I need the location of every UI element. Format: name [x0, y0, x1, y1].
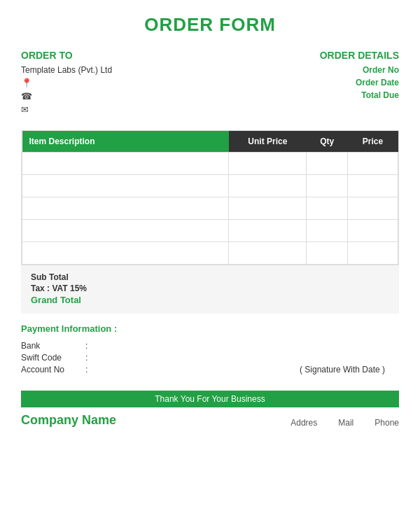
- account-no-row: Account No : ( Signature With Date ): [21, 365, 399, 374]
- total-due-row: Total Due: [259, 90, 399, 100]
- order-details-section: ORDER DETAILS Order No Order Date Total …: [259, 50, 399, 118]
- bank-label: Bank: [21, 341, 84, 351]
- col-price: Price: [347, 131, 398, 153]
- item-qty-5: [307, 242, 347, 265]
- account-colon: :: [85, 365, 88, 374]
- thank-you-text: Thank You For Your Business: [155, 394, 265, 404]
- swift-code-label: Swift Code: [21, 353, 84, 363]
- bank-colon: :: [85, 341, 88, 351]
- email-row: ✉: [21, 104, 259, 115]
- item-price-5: [347, 242, 398, 265]
- page-title: ORDER FORM: [21, 14, 399, 36]
- item-price-3: [347, 197, 398, 220]
- item-description-4: [22, 220, 229, 242]
- top-section: ORDER TO Template Labs (Pvt.) Ltd 📍 ☎ ✉ …: [21, 50, 399, 118]
- item-unit-price-1: [229, 153, 307, 175]
- grand-total-label: Grand Total: [31, 295, 115, 305]
- item-price-1: [347, 153, 398, 175]
- order-date-label: Order Date: [356, 78, 399, 88]
- order-to-heading: ORDER TO: [21, 50, 259, 61]
- order-to-section: ORDER TO Template Labs (Pvt.) Ltd 📍 ☎ ✉: [21, 50, 259, 118]
- item-qty-3: [307, 197, 347, 220]
- table-row: [22, 220, 398, 242]
- col-unit-price: Unit Price: [229, 131, 307, 153]
- order-table: Item Description Unit Price Qty Price: [22, 131, 398, 265]
- order-details-heading: ORDER DETAILS: [259, 50, 399, 61]
- location-icon: 📍: [21, 78, 32, 88]
- order-no-row: Order No: [259, 65, 399, 75]
- footer-bottom: Company Name Addres Mail Phone: [21, 407, 399, 432]
- footer-links: Addres Mail Phone: [290, 418, 399, 428]
- tax-row: Tax : VAT 15%: [31, 284, 389, 293]
- email-icon: ✉: [21, 104, 29, 115]
- item-description-2: [22, 175, 229, 197]
- phone-row: ☎: [21, 91, 259, 102]
- footer-company-name: Company Name: [21, 413, 116, 428]
- swift-colon: :: [85, 353, 88, 363]
- swift-code-row: Swift Code :: [21, 353, 399, 363]
- table-row: [22, 242, 398, 265]
- item-qty-1: [307, 153, 347, 175]
- table-header-row: Item Description Unit Price Qty Price: [22, 131, 398, 153]
- payment-section: Payment Information : Bank : Swift Code …: [21, 314, 399, 384]
- footer-phone-label: Phone: [374, 418, 399, 428]
- item-qty-4: [307, 220, 347, 242]
- col-description: Item Description: [22, 131, 229, 153]
- address-row: 📍: [21, 78, 259, 88]
- table-row: [22, 197, 398, 220]
- item-unit-price-5: [229, 242, 307, 265]
- footer-mail-label: Mail: [338, 418, 354, 428]
- tax-label: Tax : VAT 15%: [31, 284, 115, 293]
- footer-address-label: Addres: [290, 418, 317, 428]
- item-unit-price-2: [229, 175, 307, 197]
- account-no-label: Account No: [21, 365, 84, 374]
- table-row: [22, 153, 398, 175]
- total-due-label: Total Due: [361, 90, 399, 100]
- sub-total-label: Sub Total: [31, 272, 115, 282]
- order-table-wrapper: Item Description Unit Price Qty Price: [21, 130, 399, 265]
- order-no-label: Order No: [363, 65, 399, 75]
- sub-total-row: Sub Total: [31, 272, 389, 282]
- summary-section: Sub Total Tax : VAT 15% Grand Total: [21, 265, 399, 314]
- item-description-3: [22, 197, 229, 220]
- signature-text: ( Signature With Date ): [300, 365, 385, 374]
- order-date-row: Order Date: [259, 78, 399, 88]
- payment-title: Payment Information :: [21, 323, 399, 334]
- item-price-4: [347, 220, 398, 242]
- footer-bar: Thank You For Your Business: [21, 391, 399, 407]
- grand-total-row: Grand Total: [31, 295, 389, 305]
- page: ORDER FORM ORDER TO Template Labs (Pvt.)…: [0, 0, 420, 511]
- bank-row: Bank :: [21, 341, 399, 351]
- phone-icon: ☎: [21, 91, 32, 102]
- company-name-text: Template Labs (Pvt.) Ltd: [21, 65, 259, 75]
- col-qty: Qty: [307, 131, 347, 153]
- item-price-2: [347, 175, 398, 197]
- item-qty-2: [307, 175, 347, 197]
- table-row: [22, 175, 398, 197]
- item-unit-price-3: [229, 197, 307, 220]
- item-description-5: [22, 242, 229, 265]
- item-description-1: [22, 153, 229, 175]
- item-unit-price-4: [229, 220, 307, 242]
